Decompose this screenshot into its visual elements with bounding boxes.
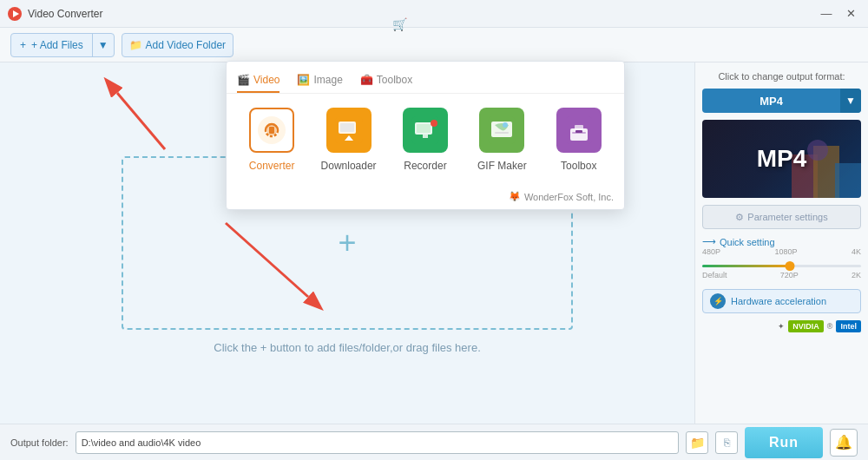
quick-setting-arrow: ⟶ [702,236,716,247]
gif-maker-icon [479,108,524,153]
wonderfox-text: WonderFox Soft, Inc. [524,192,614,202]
format-dropdown-arrow[interactable]: ▼ [840,89,861,113]
right-panel: Click to change output format: MP4 ▼ MP4… [694,62,868,424]
slider-labels-bottom: Default 720P 2K [702,271,861,279]
image-tab-icon: 🖼️ [297,74,310,86]
wonderfox-icon: 🦊 [509,191,521,202]
svg-point-20 [431,120,437,127]
recorder-label: Recorder [404,160,446,172]
dropdown-tabs: 🎬 Video 🖼️ Image 🧰 Toolbox [227,62,624,94]
menu-item-converter[interactable]: Converter [237,108,306,172]
toolbar: + + Add Files ▼ 📁 Add Video Folder [0,28,868,62]
gif-maker-label: GIF Maker [477,160,527,172]
copy-path-button[interactable]: ⎘ [715,431,738,454]
converter-label: Converter [249,160,295,172]
add-video-folder-button[interactable]: 📁 Add Video Folder [122,33,234,57]
svg-rect-15 [340,123,354,132]
menu-item-recorder[interactable]: Recorder [391,108,460,172]
add-files-button[interactable]: + + Add Files ▼ [10,33,115,57]
quick-setting-slider[interactable]: 480P 1080P 4K Default 720P 2K [702,247,861,282]
svg-rect-12 [269,127,274,134]
slider-fill [702,265,790,267]
param-settings-icon: ⚙ [735,212,744,223]
downloader-label: Downloader [321,160,377,172]
nvidia-badge: NVIDIA [788,320,824,332]
hw-icon: ⚡ [710,293,726,309]
browse-folder-button[interactable]: 📁 [686,431,708,454]
add-video-folder-label: Add Video Folder [146,39,227,51]
slider-track [702,265,861,267]
format-selector[interactable]: MP4 ▼ [702,89,861,113]
add-files-dropdown-arrow[interactable]: ▼ [93,34,114,56]
svg-point-24 [503,122,508,128]
menu-item-toolbox[interactable]: Toolbox [544,108,614,172]
nvidia-label: ✦ [778,322,785,331]
toolbox-icon [556,108,602,153]
drop-zone-plus-icon: + [338,227,356,259]
toolbox-label: Toolbox [561,160,596,172]
menu-item-downloader[interactable]: Downloader [314,108,384,172]
format-name: MP4 [702,95,840,108]
app-icon [7,6,23,22]
app-title: Video Converter [28,8,103,20]
intel-icon: ® [827,322,833,331]
hw-accel-label: Hardware acceleration [731,296,853,306]
gpu-badges: ✦ NVIDIA ® Intel [702,320,861,332]
video-tab-label: Video [253,74,279,86]
cart-icon: 🛒 [392,17,407,31]
recorder-icon [403,108,448,153]
slider-labels-top: 480P 1080P 4K [702,247,861,256]
drop-zone-helper-text: Click the + button to add files/folder,o… [214,341,480,354]
mp4-preview: MP4 [702,120,861,198]
tab-image[interactable]: 🖼️ Image [297,69,342,93]
quick-setting-section: ⟶ Quick setting 480P 1080P 4K Default [702,236,861,282]
downloader-icon [326,108,372,153]
tab-toolbox[interactable]: 🧰 Toolbox [360,69,412,93]
title-bar: Video Converter 🛒 — ✕ [0,0,868,28]
plus-icon: + [20,39,26,51]
svg-line-4 [117,93,165,149]
dropdown-menu: 🎬 Video 🖼️ Image 🧰 Toolbox Conver [226,61,625,210]
output-folder-input[interactable] [76,431,679,454]
converter-icon [249,108,294,153]
svg-point-9 [807,140,828,161]
dropdown-items: Converter Downloader [227,94,624,186]
image-tab-label: Image [313,74,342,86]
add-files-main[interactable]: + + Add Files [11,34,93,56]
intel-badge: Intel [836,320,861,332]
alarm-button[interactable]: 🔔 [830,429,858,457]
svg-rect-28 [575,125,583,130]
toolbox-tab-label: Toolbox [377,74,412,86]
close-button[interactable]: ✕ [840,6,861,22]
param-settings-button[interactable]: ⚙ Parameter settings [702,205,861,229]
title-bar-controls: — ✕ [816,6,861,22]
quick-setting-label: ⟶ Quick setting [702,236,861,247]
menu-item-gif-maker[interactable]: GIF Maker [467,108,536,172]
dropdown-footer: 🦊 WonderFox Soft, Inc. [227,186,624,209]
mp4-label: MP4 [757,145,807,173]
add-files-label: + Add Files [31,39,83,51]
bottom-bar: Output folder: 📁 ⎘ Run 🔔 [0,424,868,460]
output-folder-label: Output folder: [10,437,69,448]
svg-rect-30 [575,130,582,133]
title-bar-left: Video Converter [7,6,103,22]
hw-acceleration-button[interactable]: ⚡ Hardware acceleration [702,289,861,313]
tab-video[interactable]: 🎬 Video [237,69,279,93]
folder-icon: 📁 [129,39,142,51]
svg-rect-25 [495,132,509,134]
run-button[interactable]: Run [745,427,823,458]
toolbox-tab-icon: 🧰 [360,74,373,86]
output-format-label: Click to change output format: [702,71,861,82]
minimize-button[interactable]: — [816,6,837,22]
svg-rect-21 [423,135,428,138]
slider-thumb[interactable] [785,261,794,271]
video-tab-icon: 🎬 [237,74,250,86]
param-settings-label: Parameter settings [747,212,827,222]
svg-rect-19 [417,124,431,133]
svg-rect-8 [835,163,861,198]
